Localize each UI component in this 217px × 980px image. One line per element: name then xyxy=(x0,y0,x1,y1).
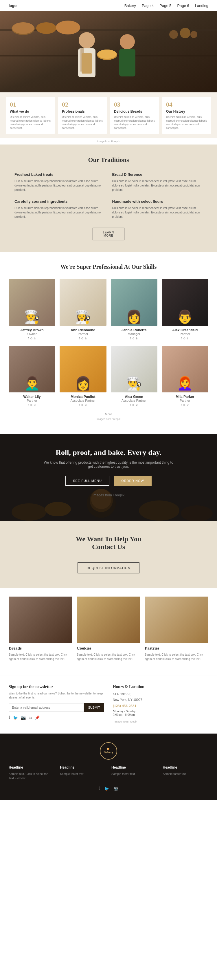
social-in[interactable]: in xyxy=(136,404,138,407)
pinterest-icon[interactable]: 📌 xyxy=(35,715,40,720)
instagram-icon[interactable]: 📷 xyxy=(21,715,26,720)
hours-label: Monday - Sunday xyxy=(113,709,208,713)
product-text: Sample text. Click to select the text bo… xyxy=(9,652,72,661)
hero-svg xyxy=(0,11,217,92)
social-fb[interactable]: f xyxy=(181,404,182,407)
feature-card-2: 02 Professionals Ut enim ad minim veniam… xyxy=(58,97,107,134)
team-heading: We're Super Professional At Our Skills xyxy=(9,264,208,270)
team-member-4: 👨 Alex Greenfield Partner f © in xyxy=(162,279,208,340)
twitter-icon[interactable]: 🐦 xyxy=(13,715,18,720)
social-in[interactable]: in xyxy=(187,337,189,340)
tradition-text: Duis aute irure dolor in reprehenderit i… xyxy=(14,179,105,192)
footer-facebook-icon[interactable]: f xyxy=(99,786,100,791)
social-copy[interactable]: © xyxy=(30,404,32,407)
team-photo: 👨 xyxy=(162,279,208,326)
facebook-icon[interactable]: f xyxy=(9,715,10,720)
tradition-item-1: Freshest baked treatsDuis aute irure dol… xyxy=(14,172,105,192)
social-fb[interactable]: f xyxy=(130,404,131,407)
learn-more-button[interactable]: LEARN MORE xyxy=(93,228,124,240)
social-icons: f 🐦 📷 in 📌 xyxy=(9,715,104,720)
feature-num: 01 xyxy=(10,101,51,108)
see-menu-button[interactable]: SEE FULL MENU xyxy=(65,476,109,486)
product-item-1: Breads Sample text. Click to select the … xyxy=(9,597,72,661)
team-member-3: 👩 Jennie Roberts Manager f © in xyxy=(111,279,157,340)
social-fb[interactable]: f xyxy=(79,404,80,407)
social-copy[interactable]: © xyxy=(133,404,135,407)
traditions-grid: Freshest baked treatsDuis aute irure dol… xyxy=(14,172,203,219)
svg-point-15 xyxy=(98,49,117,59)
feature-title: Delicious Breads xyxy=(114,110,155,113)
request-info-button[interactable]: REQUEST INFORMATION xyxy=(78,562,139,573)
team-name: Jennie Roberts xyxy=(111,328,157,332)
social-in[interactable]: in xyxy=(136,337,138,340)
order-now-button[interactable]: ORDER NOW xyxy=(114,476,152,486)
team-photo: 👩‍🍳 xyxy=(60,279,106,326)
team-name: Ann Richmond xyxy=(60,328,106,332)
social-copy[interactable]: © xyxy=(184,404,185,407)
contact-heading: We Want To Help You Contact Us xyxy=(9,535,208,551)
newsletter-heading: Sign up for the newsletter xyxy=(9,685,104,689)
team-member-5: 👨‍🦱 Walter Lily Partner f © in xyxy=(9,346,55,407)
svg-rect-13 xyxy=(119,49,135,76)
tradition-item-4: Handmade with select floursDuis aute iru… xyxy=(112,199,203,219)
footer-col-3: Headline Sample footer text xyxy=(111,765,157,781)
feature-title: What we do xyxy=(10,110,51,113)
nav-link-landing[interactable]: Landing xyxy=(195,3,208,8)
footer-instagram-icon[interactable]: 📷 xyxy=(113,786,118,791)
freepik-note-hours: Image from Freepik xyxy=(113,719,208,725)
feature-num: 03 xyxy=(114,101,155,108)
team-member-6: 👩 Monica Pouliot Associate Partner f © i… xyxy=(60,346,106,407)
footer-col-heading: Headline xyxy=(163,765,209,770)
team-name: Alex Green xyxy=(111,395,157,399)
nav-link-page-5[interactable]: Page 5 xyxy=(159,3,171,8)
social-copy[interactable]: © xyxy=(184,337,185,340)
team-social: f © in xyxy=(111,404,157,407)
product-title: Pastries xyxy=(145,646,208,651)
footer-logo-main: Bakery xyxy=(104,750,113,754)
social-copy[interactable]: © xyxy=(133,337,135,340)
social-fb[interactable]: f xyxy=(181,337,182,340)
tradition-text: Duis aute irure dolor in reprehenderit i… xyxy=(112,206,203,219)
social-fb[interactable]: f xyxy=(130,337,131,340)
svg-point-12 xyxy=(120,34,135,49)
nav-link-page-6[interactable]: Page 6 xyxy=(177,3,189,8)
team-role: Partner xyxy=(60,332,106,336)
footer-col-heading: Headline xyxy=(60,765,106,770)
nav-link-page-4[interactable]: Page 4 xyxy=(142,3,154,8)
team-member-8: 👩‍🦰 Mila Parker Partner f © in xyxy=(162,346,208,407)
feature-text: Ut enim ad minim veniam, quis nostrud ex… xyxy=(166,115,207,130)
more-link[interactable]: More xyxy=(9,412,208,416)
linkedin-icon[interactable]: in xyxy=(29,715,32,720)
social-fb[interactable]: f xyxy=(28,404,29,407)
footer-twitter-icon[interactable]: 🐦 xyxy=(104,786,109,791)
social-copy[interactable]: © xyxy=(81,337,83,340)
freepik-note-dark: Images from Freepik xyxy=(9,492,208,499)
social-fb[interactable]: f xyxy=(79,337,80,340)
submit-button[interactable]: SUBMIT xyxy=(84,703,104,712)
footer-col-heading: Headline xyxy=(111,765,157,770)
social-in[interactable]: in xyxy=(34,404,36,407)
email-row: SUBMIT xyxy=(9,703,104,712)
feature-cards: 01 What we do Ut enim ad minim veniam, q… xyxy=(0,92,217,138)
hero-image xyxy=(0,11,217,92)
team-social: f © in xyxy=(162,404,208,407)
social-in[interactable]: in xyxy=(34,337,36,340)
nav-link-bakery[interactable]: Bakery xyxy=(124,3,136,8)
social-in[interactable]: in xyxy=(85,337,87,340)
footer-col-1: Headline Sample text. Click to select th… xyxy=(9,765,54,781)
social-copy[interactable]: © xyxy=(30,337,32,340)
footer: 🍞 Bakery Headline Sample text. Click to … xyxy=(0,733,217,800)
svg-point-5 xyxy=(12,22,34,34)
traditions-section: Our Traditions Freshest baked treatsDuis… xyxy=(0,145,217,252)
svg-point-17 xyxy=(180,28,190,38)
tradition-text: Duis aute irure dolor in reprehenderit i… xyxy=(14,206,105,219)
feature-text: Ut enim ad minim veniam, quis nostrud ex… xyxy=(10,115,51,130)
email-input[interactable] xyxy=(9,703,84,712)
social-in[interactable]: in xyxy=(187,404,189,407)
feature-num: 02 xyxy=(62,101,103,108)
products-grid: Breads Sample text. Click to select the … xyxy=(9,597,208,661)
social-fb[interactable]: f xyxy=(28,337,29,340)
social-in[interactable]: in xyxy=(85,404,87,407)
product-image xyxy=(9,597,72,643)
social-copy[interactable]: © xyxy=(81,404,83,407)
